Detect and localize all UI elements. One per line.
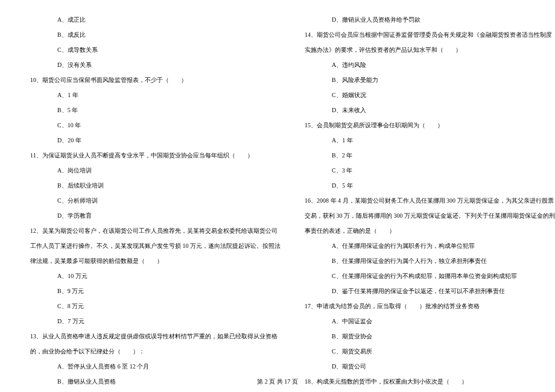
- page-container: A、成正比B、成反比C、成导数关系D、没有关系10、期货公司应当保留书面风险监管…: [0, 0, 555, 374]
- answer-option: A、美元，欧元，日元，英镑，瑞典克朗，瑞士法郎: [305, 389, 555, 392]
- question-text: 事责任的表述，正确的是（ ）: [305, 223, 555, 238]
- answer-option: D、鉴于任某将挪用的保证金予以返还，任某可以不承担刑事责任: [305, 283, 555, 299]
- question-text: 11、为保证期货从业人员不断提高专业水平，中国期货业协会应当每年组织（ ）: [30, 148, 281, 163]
- answer-option: D、学历教育: [30, 208, 281, 223]
- answer-option: C、10 年: [30, 118, 281, 133]
- question-text: 交易，获利 30 万，随后将挪用的 300 万元期货保证金返还。下列关于任某挪用…: [305, 208, 555, 223]
- answer-option: D、20 年: [30, 133, 281, 148]
- answer-option: C、8 万元: [30, 299, 281, 314]
- answer-option: C、3 年: [305, 163, 555, 178]
- left-column: A、成正比B、成反比C、成导数关系D、没有关系10、期货公司应当保留书面风险监管…: [30, 12, 293, 374]
- question-text: 17、申请成为结算会员的，应当取得（ ）批准的结算业务资格: [305, 299, 555, 314]
- answer-option: A、1 年: [305, 133, 555, 148]
- answer-option: B、后续职业培训: [30, 178, 281, 193]
- answer-option: A、成正比: [30, 12, 281, 27]
- answer-option: D、5 年: [305, 178, 555, 193]
- question-text: 15、会员制期货交易所设理事会任职期间为（ ）: [305, 118, 555, 133]
- question-text: 实施办法》的要求，评估投资者的产品认知水平和（ ）: [305, 42, 555, 57]
- answer-option: C、期货交易所: [305, 344, 555, 359]
- question-text: 16、2008 年 4 月，某期货公司财务工作人员任某挪用 300 万元期货保证…: [305, 193, 555, 208]
- answer-option: D、没有关系: [30, 57, 281, 72]
- answer-option: D、7 万元: [30, 314, 281, 329]
- right-column: D、撤销从业人员资格并给予罚款14、期货公司会员应当根据中国证券监督管理委员会有…: [293, 12, 555, 374]
- answer-option: B、5 年: [30, 103, 281, 118]
- answer-option: B、成反比: [30, 27, 281, 42]
- question-text: 10、期货公司应当保留书面风险监管报表，不少于（ ）: [30, 72, 281, 87]
- answer-option: A、10 万元: [30, 268, 281, 283]
- answer-option: C、分析师培训: [30, 193, 281, 208]
- question-text: 的，由业协会给予以下纪律处分（ ）：: [30, 344, 281, 359]
- question-text: 13、从业人员资格申请人违反规定提供虚假或误导性材料情节严重的，如果已经取得从业…: [30, 329, 281, 344]
- answer-option: B、任某挪用保证金的行为属个人行为，独立承担刑事责任: [305, 253, 555, 268]
- answer-option: A、暂停从业人员资格 6 至 12 个月: [30, 359, 281, 374]
- answer-option: A、1 年: [30, 87, 281, 103]
- answer-option: A、违约风险: [305, 57, 555, 72]
- answer-option: A、岗位培训: [30, 163, 281, 178]
- answer-option: D、未来收入: [305, 103, 555, 118]
- answer-option: D、期货公司: [305, 359, 555, 374]
- question-text: 律法规，吴某最多可能获得的赔偿数额是（ ）: [30, 253, 281, 268]
- answer-option: B、期货业协会: [305, 329, 555, 344]
- answer-option: D、撤销从业人员资格并给予罚款: [305, 12, 555, 27]
- answer-option: B、风险承受能力: [305, 72, 555, 87]
- question-text: 14、期货公司会员应当根据中国证券监督管理委员会有关规定和《金融期货投资者适当性…: [305, 27, 555, 42]
- answer-option: C、任某挪用保证金的行为不构成犯罪，如挪用本单位资金则构成犯罪: [305, 268, 555, 283]
- question-text: 12、吴某为期货公司客户，在该期货公司工作人员推荐先，吴某将交易全权委托给该期货…: [30, 223, 281, 238]
- answer-option: C、婚姻状况: [305, 87, 555, 103]
- answer-option: A、任某挪用保证金的行为属职务行为，构成单位犯罪: [305, 238, 555, 253]
- answer-option: C、撤销从业人员资格并在 3 年内或永久性拒绝其从业人员资格申请: [30, 389, 281, 392]
- page-footer: 第 2 页 共 17 页: [0, 378, 555, 386]
- question-text: 工作人员丁某进行操作。不久，吴某发现其账户发生亏损 10 万元，遂向法院提起诉讼…: [30, 238, 281, 253]
- answer-option: B、2 年: [305, 148, 555, 163]
- answer-option: B、9 万元: [30, 283, 281, 299]
- answer-option: C、成导数关系: [30, 42, 281, 57]
- answer-option: A、中国证监会: [305, 314, 555, 329]
